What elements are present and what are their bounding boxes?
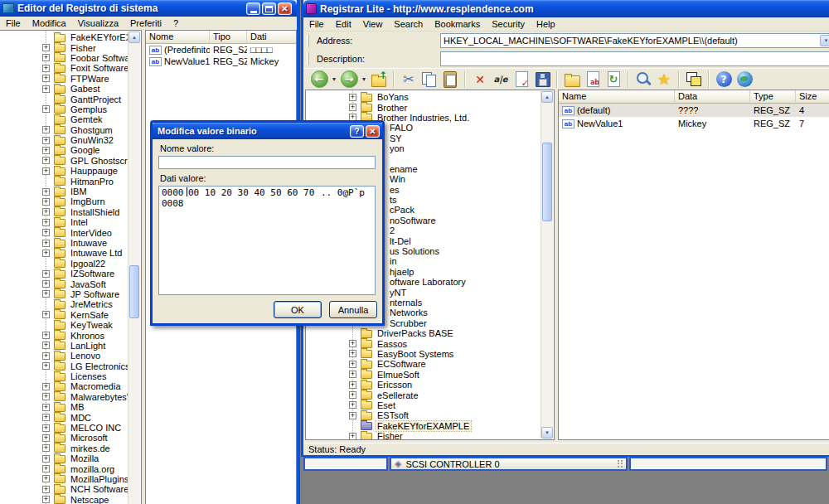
column-header-name[interactable]: Name (559, 90, 675, 104)
hex-editor[interactable]: 000000 10 20 30 40 50 60 70.. 0@P`p0008 (158, 186, 376, 295)
expand-icon[interactable]: + (42, 352, 50, 360)
expand-icon[interactable]: + (349, 401, 356, 409)
column-header-data[interactable]: Data (675, 90, 750, 104)
tree-item-installshield[interactable]: +InstallShield (0, 207, 128, 217)
expand-icon[interactable]: + (349, 391, 356, 399)
close-button[interactable]: ✕ (366, 125, 380, 138)
expand-icon[interactable]: + (42, 157, 50, 164)
expand-icon[interactable]: + (42, 393, 50, 400)
expand-icon[interactable]: + (42, 208, 50, 216)
expand-icon[interactable]: + (42, 250, 50, 257)
delete-button[interactable]: ✕ (470, 70, 490, 90)
tree-item-lanlight[interactable]: +LanLight (0, 341, 128, 351)
expand-icon[interactable]: + (42, 311, 50, 318)
tree-item-easyboot-systems[interactable]: +EasyBoot Systems (306, 349, 541, 359)
tree-item-nch-software[interactable]: +NCH Software (0, 484, 128, 494)
search-button[interactable] (633, 70, 653, 90)
scroll-up-button[interactable]: ▲ (128, 32, 140, 43)
column-header-type[interactable]: Type (750, 90, 796, 104)
back-button[interactable]: ← (309, 70, 329, 90)
expand-icon[interactable]: + (42, 404, 50, 411)
menu-item-modifica[interactable]: Modifica (27, 17, 72, 29)
expand-icon[interactable]: + (42, 137, 50, 144)
save-button[interactable] (532, 70, 552, 90)
tree-item-keytweak[interactable]: KeyTweak (0, 320, 128, 330)
help-button[interactable]: ? (714, 70, 734, 90)
tree-item-fisher[interactable]: +Fisher (306, 431, 541, 439)
expand-icon[interactable]: + (42, 455, 50, 463)
tree-item-elmuesoft[interactable]: +ElmueSoft (306, 370, 541, 380)
refresh-button[interactable]: ↻ (604, 70, 623, 90)
tree-item-google[interactable]: +Google (0, 145, 128, 155)
cancel-button[interactable]: Annulla (329, 301, 377, 318)
tree-item-brother[interactable]: +Brother (306, 102, 541, 112)
favorites-button[interactable]: ★ (654, 70, 674, 90)
value-row-newvalue1[interactable]: abNewValue1REG_SZMickey (146, 56, 296, 67)
tree-item-melco-inc[interactable]: +MELCO INC (0, 423, 128, 433)
tree-item-gemplus[interactable]: +Gemplus (0, 104, 128, 114)
expand-icon[interactable]: + (42, 105, 50, 113)
scrollbar-thumb[interactable] (129, 265, 139, 318)
expand-icon[interactable]: + (349, 340, 356, 347)
menu-item-preferiti[interactable]: Preferiti (124, 17, 167, 29)
tree-item-intervideo[interactable]: +InterVideo (0, 227, 128, 237)
maximize-button[interactable] (262, 2, 276, 15)
expand-icon[interactable]: + (42, 198, 50, 206)
band-grip[interactable] (307, 52, 309, 65)
minimize-button[interactable] (246, 2, 260, 15)
expand-icon[interactable]: + (42, 85, 50, 93)
regedit-titlebar[interactable]: Editor del Registro di sistema ✕ (0, 0, 297, 17)
tree-item-mozillaplugins[interactable]: +MozillaPlugins (0, 474, 128, 484)
expand-icon[interactable]: + (42, 434, 50, 442)
tree-item-eassos[interactable]: +Eassos (306, 338, 541, 348)
expand-icon[interactable]: + (42, 383, 50, 390)
column-header-size[interactable]: Size (796, 90, 829, 104)
expand-icon[interactable]: + (349, 381, 356, 389)
expand-icon[interactable]: + (42, 342, 50, 349)
close-button[interactable]: ✕ (278, 2, 292, 15)
tree-item-kernsafe[interactable]: +KernSafe (0, 310, 128, 320)
column-header-dati[interactable]: Dati (247, 31, 297, 44)
copy-window-button[interactable] (684, 70, 704, 90)
tree-item-gnuwin32[interactable]: +GnuWin32 (0, 135, 128, 145)
new-value-button[interactable]: ab (583, 70, 603, 90)
tree-item-fakekeyforexample[interactable]: FakeKEYforEXAMPLE (306, 421, 541, 431)
tree-item-mb[interactable]: +MB (0, 402, 128, 412)
tree-item-ecsoftware[interactable]: +ECSoftware (306, 359, 541, 369)
column-header-nome[interactable]: Nome (146, 31, 210, 44)
menu-item-edit[interactable]: Edit (330, 18, 357, 30)
scroll-down-button[interactable]: ▼ (541, 427, 553, 439)
tree-item-intuwave[interactable]: +Intuwave (0, 238, 128, 248)
expand-icon[interactable]: + (42, 280, 50, 288)
tree-item-netscape[interactable]: +Netscape (0, 495, 128, 504)
expand-icon[interactable]: + (42, 270, 50, 278)
tree-item-microsoft[interactable]: +Microsoft (0, 433, 128, 443)
menu-item-help[interactable]: Help (531, 18, 561, 30)
tree-item-driverpacks-base[interactable]: DriverPacks BASE (306, 328, 541, 338)
tree-item-gpl-ghostscript[interactable]: +GPL Ghostscript (0, 156, 128, 166)
tree-item-mozilla[interactable]: +Mozilla (0, 453, 128, 463)
tree-item-estsoft[interactable]: +ESTsoft (306, 410, 541, 420)
tree-item-macromedia[interactable]: +Macromedia (0, 381, 128, 391)
ok-button[interactable]: OK (274, 301, 322, 318)
apply-button[interactable]: ✓ (511, 70, 531, 90)
expand-icon[interactable]: + (42, 229, 50, 236)
tree-item-ftpware[interactable]: +FTPWare (0, 74, 128, 84)
dialog-titlebar[interactable]: Modifica valore binario ? ✕ (153, 123, 382, 139)
scsi-controller-bar[interactable]: ◈ SCSI CONTROLLER 0 (390, 457, 628, 471)
address-dropdown-icon[interactable]: ▾ (820, 35, 829, 46)
expand-icon[interactable]: + (42, 126, 50, 133)
tree-item-gemtek[interactable]: Gemtek (0, 114, 128, 124)
expand-icon[interactable]: + (42, 496, 50, 503)
tree-scrollbar[interactable]: ▲ (128, 32, 140, 504)
expand-icon[interactable]: + (42, 44, 50, 51)
paste-button[interactable] (440, 70, 460, 90)
expand-icon[interactable]: + (42, 444, 50, 452)
tree-item-jremetrics[interactable]: JreMetrics (0, 299, 128, 309)
up-button[interactable]: ↑ (369, 70, 389, 90)
back-drop-button[interactable]: ▾ (330, 70, 338, 90)
help-button[interactable]: ? (350, 125, 364, 138)
tree-item-ghostgum[interactable]: +Ghostgum (0, 125, 128, 135)
tree-item-eset[interactable]: +Eset (306, 400, 541, 410)
tree-item-licenses[interactable]: Licenses (0, 371, 128, 381)
